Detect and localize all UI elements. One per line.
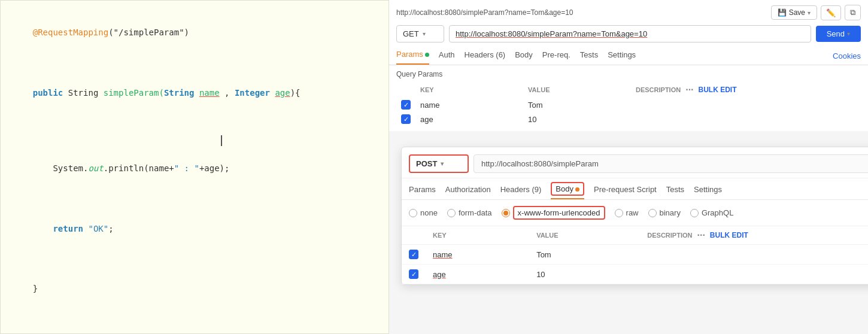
code-line-close: } [13, 266, 377, 312]
row1-checkbox[interactable]: ✓ [401, 100, 411, 110]
top-url-display: http://localhost:8080/simpleParam?name=T… [396, 8, 573, 17]
xwww-label: x-www-form-urlencoded [513, 206, 605, 220]
code-line-sysout2: System.out.println(name+" : "+age); [13, 146, 377, 192]
post-tab-body[interactable]: Body [551, 182, 584, 199]
th-checkbox [396, 82, 415, 98]
post-chevron-icon: ▾ [441, 160, 444, 167]
post-tab-headers[interactable]: Headers (9) [500, 183, 542, 199]
radio-form-data[interactable]: form-data [447, 208, 492, 217]
radio-raw[interactable]: raw [615, 208, 639, 217]
bottom-post-panel: POST ▾ Send ▾ Params Authorization Heade… [401, 147, 868, 285]
param-age: age [275, 88, 290, 98]
post-row1-checkbox[interactable]: ✓ [409, 250, 418, 259]
copy-icon-button[interactable]: ⧉ [845, 5, 861, 20]
radio-inner-xwww [503, 211, 508, 215]
tab-tests[interactable]: Tests [580, 48, 598, 64]
send-button-get[interactable]: Send ▾ [816, 26, 861, 42]
kw-out: out [88, 163, 103, 173]
tab-body[interactable]: Body [515, 48, 533, 64]
tab-prereq[interactable]: Pre-req. [542, 48, 570, 64]
top-tabs-row: Params Auth Headers (6) Body Pre-req. Te… [396, 47, 861, 65]
save-button[interactable]: 💾 Save ▾ [771, 5, 817, 20]
code-line-return: return "OK"; [13, 206, 377, 251]
cookies-link[interactable]: Cookies [833, 51, 861, 60]
table-row: ✓ name Tom [396, 98, 861, 112]
post-param-age-key: age [426, 265, 529, 284]
table-row: ✓ name Tom [402, 245, 868, 265]
table-row: ✓ age 10 [396, 112, 861, 126]
code-line-sysout [13, 131, 377, 146]
kw-return: return [53, 224, 88, 233]
post-th-actions: DESCRIPTION ··· Bulk Edit [647, 230, 868, 241]
params-section: Query Params KEY VALUE DESCRIPTION ··· B… [389, 65, 868, 131]
bulk-edit-button[interactable]: Bulk Edit [699, 86, 737, 94]
body-boxed-label: Body [551, 182, 584, 196]
url-input-get[interactable] [449, 25, 811, 42]
radio-none[interactable]: none [409, 208, 438, 217]
post-tab-tests[interactable]: Tests [666, 183, 684, 199]
method-name: simpleParam( [104, 88, 164, 98]
post-tab-params[interactable]: Params [409, 183, 436, 199]
query-params-label: Query Params [396, 70, 861, 78]
code-line-blank1 [13, 56, 377, 71]
method-chevron-icon: ▾ [423, 31, 426, 37]
post-tab-prereq[interactable]: Pre-request Script [594, 183, 657, 199]
annotation-text: @RequestMapping [33, 28, 108, 37]
post-th-key: KEY [426, 226, 529, 245]
save-chevron-icon: ▾ [808, 10, 811, 16]
post-method-label: POST [416, 159, 437, 168]
code-editor: @RequestMapping("/simpleParam") public S… [0, 0, 389, 334]
post-tab-settings[interactable]: Settings [694, 183, 722, 199]
radio-circle-graphql [690, 209, 699, 217]
param-name: name [199, 88, 220, 98]
code-line-blank2 [13, 191, 377, 206]
radio-circle-formdata [447, 209, 456, 217]
code-line-method: public String simpleParam(String name , … [13, 71, 377, 131]
body-options-row: none form-data x-www-form-urlencoded raw… [402, 200, 868, 226]
post-tabs-row: Params Authorization Headers (9) Body Pr… [402, 178, 868, 200]
tab-settings[interactable]: Settings [608, 48, 636, 64]
cursor [221, 135, 222, 146]
url-input-post[interactable] [474, 154, 868, 173]
th-actions: DESCRIPTION ··· Bulk Edit [636, 84, 856, 95]
radio-graphql[interactable]: GraphQL [690, 208, 733, 217]
param-name-cell: name [415, 98, 523, 112]
radio-binary[interactable]: binary [648, 208, 681, 217]
post-more-options-icon[interactable]: ··· [697, 230, 705, 241]
post-form-table: KEY VALUE DESCRIPTION ··· Bulk Edit ✓ [402, 226, 868, 284]
more-options-icon[interactable]: ··· [685, 84, 693, 95]
save-icon: 💾 [778, 8, 787, 17]
th-value: VALUE [523, 82, 631, 98]
radio-circle-binary [648, 209, 657, 217]
post-bulk-edit-button[interactable]: Bulk Edit [710, 231, 748, 239]
method-selector-post[interactable]: POST ▾ [409, 154, 469, 173]
post-param-age-val: 10 [529, 265, 640, 284]
row2-checkbox[interactable]: ✓ [401, 114, 411, 124]
params-table: KEY VALUE DESCRIPTION ··· Bulk Edit ✓ [396, 82, 861, 126]
post-th-desc: DESCRIPTION ··· Bulk Edit [640, 226, 868, 245]
tab-auth[interactable]: Auth [439, 48, 455, 64]
top-request-panel: http://localhost:8080/simpleParam?name=T… [389, 0, 868, 65]
tab-headers[interactable]: Headers (6) [465, 48, 506, 64]
send-chevron-icon: ▾ [847, 31, 850, 37]
url-bar-top: http://localhost:8080/simpleParam?name=T… [396, 5, 861, 20]
radio-circle-raw [615, 209, 623, 217]
method-label: GET [403, 29, 419, 38]
post-th-value: VALUE [529, 226, 640, 245]
method-selector-get[interactable]: GET ▾ [396, 25, 444, 42]
post-tab-auth[interactable]: Authorization [445, 183, 491, 199]
get-request-row: GET ▾ Send ▾ [396, 25, 861, 42]
radio-xwww[interactable]: x-www-form-urlencoded [502, 206, 605, 220]
tab-params[interactable]: Params [396, 47, 429, 65]
param-name-value: Tom [523, 98, 631, 112]
right-panel: http://localhost:8080/simpleParam?name=T… [389, 0, 868, 334]
th-desc: DESCRIPTION ··· Bulk Edit [631, 82, 861, 98]
edit-icon-button[interactable]: ✏️ [821, 5, 841, 20]
radio-circle-xwww [502, 209, 510, 217]
th-key: KEY [415, 82, 523, 98]
table-row: ✓ age 10 [402, 265, 868, 284]
code-line-blank3 [13, 251, 377, 266]
param-age-value: 10 [523, 112, 631, 126]
post-row2-checkbox[interactable]: ✓ [409, 269, 418, 279]
params-dot [425, 53, 429, 57]
